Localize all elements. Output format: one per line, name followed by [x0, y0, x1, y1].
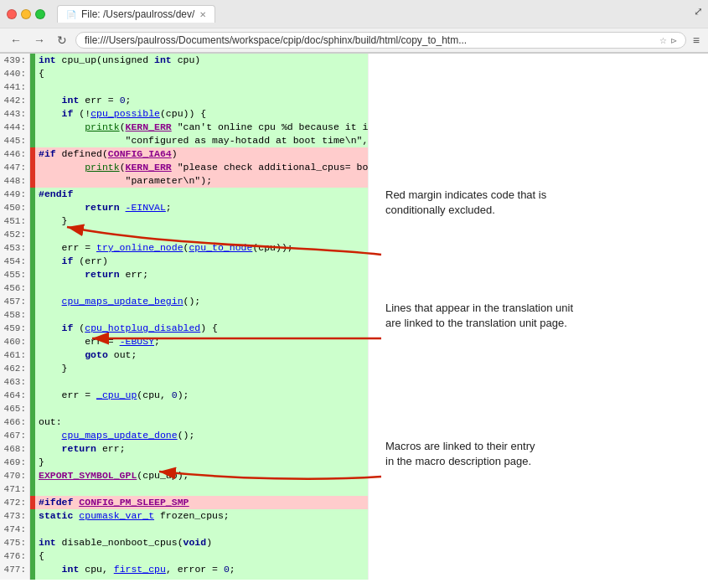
line-number: 478:: [0, 576, 30, 580]
line-number: 472:: [0, 496, 30, 509]
code-line: 476:{: [0, 549, 368, 563]
line-content: [35, 228, 368, 241]
line-content: return -EINVAL;: [35, 201, 368, 214]
code-line: 452:: [0, 228, 368, 241]
line-content: EXPORT_SYMBOL_GPL(cpu_up);: [35, 469, 368, 482]
line-number: 465:: [0, 402, 30, 415]
line-number: 467:: [0, 429, 30, 442]
code-line: 445: "configured as may-hotadd at boot t…: [0, 134, 368, 147]
code-line: 477: int cpu, first_cpu, error = 0;: [0, 563, 368, 576]
line-content: }: [35, 456, 368, 469]
code-line: 464: err = _cpu_up(cpu, 0);: [0, 389, 368, 402]
line-content: int cpu_up(unsigned int cpu): [35, 54, 368, 67]
line-content: static cpumask_var_t frozen_cpus;: [35, 509, 368, 523]
line-content: [35, 482, 368, 496]
line-content: err = _cpu_up(cpu, 0);: [35, 389, 368, 402]
line-number: 444:: [0, 121, 30, 134]
title-bar: 📄 File: /Users/paulross/dev/ ✕ ⤢: [0, 0, 708, 28]
code-line: 451: }: [0, 214, 368, 228]
code-line: 454: if (err): [0, 255, 368, 268]
line-content: [35, 80, 368, 94]
line-content: printk(KERN_ERR "can't online cpu %d bec…: [35, 121, 369, 134]
line-content: [35, 523, 368, 536]
line-content: {: [35, 67, 368, 80]
line-content: out:: [35, 415, 368, 429]
back-button[interactable]: ←: [7, 32, 25, 49]
annotation-1: Red margin indicates code that is condit…: [385, 188, 546, 218]
line-number: 469:: [0, 456, 30, 469]
line-content: cpu_maps_update_done();: [35, 429, 368, 442]
line-number: 447:: [0, 161, 30, 174]
line-number: 462:: [0, 362, 30, 375]
line-number: 440:: [0, 67, 30, 80]
line-content: int err = 0;: [35, 94, 368, 107]
active-tab[interactable]: 📄 File: /Users/paulross/dev/ ✕: [57, 5, 215, 23]
tab-bar: 📄 File: /Users/paulross/dev/ ✕: [57, 5, 215, 23]
line-number: 470:: [0, 469, 30, 482]
code-line: 449:#endif: [0, 188, 368, 201]
line-content: int disable_nonboot_cpus(void): [35, 536, 368, 549]
line-content: }: [35, 362, 368, 375]
code-line: 442: int err = 0;: [0, 94, 368, 107]
nav-icon: ⊳: [670, 36, 677, 45]
line-content: "parameter\n");: [35, 174, 368, 188]
line-number: 460:: [0, 335, 30, 348]
code-line: 475:int disable_nonboot_cpus(void): [0, 536, 368, 549]
line-content: [35, 281, 368, 295]
line-content: [35, 402, 368, 415]
line-content: }: [35, 214, 368, 228]
maximize-button[interactable]: [35, 9, 45, 19]
line-number: 455:: [0, 268, 30, 281]
forward-button[interactable]: →: [30, 32, 49, 49]
code-line: 471:: [0, 482, 368, 496]
line-number: 473:: [0, 509, 30, 523]
line-number: 457:: [0, 295, 30, 308]
line-content: {: [35, 549, 368, 563]
close-button[interactable]: [7, 9, 17, 19]
line-number: 439:: [0, 54, 30, 67]
code-line: 444: printk(KERN_ERR "can't online cpu %…: [0, 121, 368, 134]
line-content: if (err): [35, 255, 368, 268]
line-content: err = -EBUSY;: [35, 335, 368, 348]
code-line: 465:: [0, 402, 368, 415]
line-content: if (cpu_hotplug_disabled) {: [35, 322, 368, 335]
address-bar[interactable]: file:///Users/paulross/Documents/workspa…: [75, 32, 686, 49]
menu-button[interactable]: ≡: [691, 32, 701, 49]
star-icon[interactable]: ☆: [659, 36, 667, 45]
code-line: 478:: [0, 576, 368, 580]
tab-icon: 📄: [66, 10, 76, 19]
minimize-button[interactable]: [21, 9, 31, 19]
code-line: 469:}: [0, 456, 368, 469]
tab-close-icon[interactable]: ✕: [199, 10, 206, 19]
code-line: 439:int cpu_up(unsigned int cpu): [0, 54, 368, 67]
line-content: #ifdef CONFIG_PM_SLEEP_SMP: [35, 496, 368, 509]
code-line: 467: cpu_maps_update_done();: [0, 429, 368, 442]
nav-bar: ← → ↻ file:///Users/paulross/Documents/w…: [0, 28, 708, 53]
line-number: 464:: [0, 389, 30, 402]
line-number: 461:: [0, 348, 30, 362]
line-number: 446:: [0, 147, 30, 161]
code-line: 460: err = -EBUSY;: [0, 335, 368, 348]
annotation-3: Macros are linked to their entry in the …: [385, 439, 535, 469]
refresh-button[interactable]: ↻: [54, 32, 70, 49]
line-number: 442:: [0, 94, 30, 107]
main-content: 439:int cpu_up(unsigned int cpu)440:{441…: [0, 54, 708, 580]
browser-chrome: 📄 File: /Users/paulross/dev/ ✕ ⤢ ← → ↻ f…: [0, 0, 708, 54]
code-line: 456:: [0, 281, 368, 295]
code-line: 468: return err;: [0, 442, 368, 456]
line-content: [35, 375, 368, 389]
code-line: 458:: [0, 308, 368, 322]
annotation-2: Lines that appear in the translation uni…: [385, 301, 573, 331]
line-content: return err;: [35, 442, 368, 456]
code-line: 448: "parameter\n");: [0, 174, 368, 188]
line-content: #if defined(CONFIG_IA64): [35, 147, 368, 161]
line-number: 443:: [0, 107, 30, 121]
line-number: 449:: [0, 188, 30, 201]
line-number: 459:: [0, 322, 30, 335]
code-line: 474:: [0, 523, 368, 536]
annotation-area: Red margin indicates code that is condit…: [369, 54, 708, 580]
code-line: 443: if (!cpu_possible(cpu)) {: [0, 107, 368, 121]
line-number: 450:: [0, 201, 30, 214]
line-content: "configured as may-hotadd at boot time\n…: [35, 134, 369, 147]
expand-icon[interactable]: ⤢: [694, 5, 703, 18]
